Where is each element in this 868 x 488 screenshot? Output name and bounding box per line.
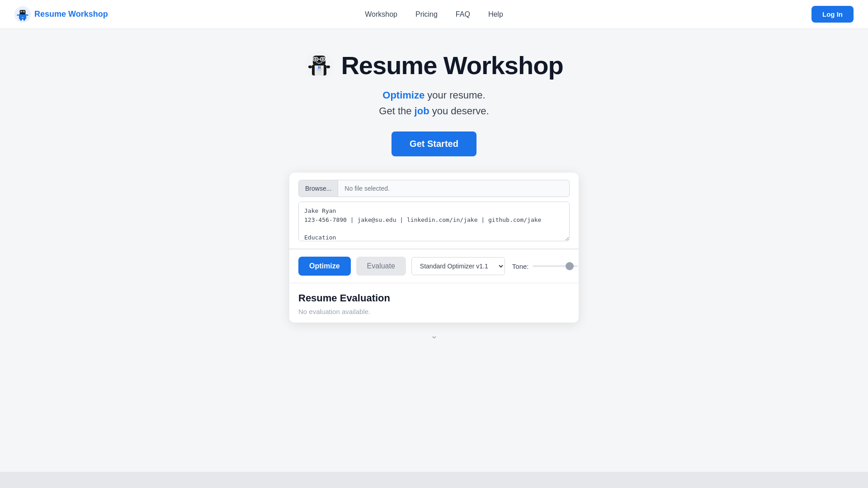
evaluation-section: Resume Evaluation No evaluation availabl… xyxy=(289,283,579,323)
brand-link[interactable]: Resume Workshop xyxy=(14,6,108,23)
nav-links: Workshop Pricing FAQ Help xyxy=(365,10,503,19)
file-name-label: No file selected. xyxy=(338,180,569,197)
svg-rect-13 xyxy=(20,19,22,20)
hero-tagline: Optimize your resume. Get the job you de… xyxy=(379,87,489,119)
chevron-down-icon: ⌄ xyxy=(430,330,438,341)
evaluation-empty-label: No evaluation available. xyxy=(298,308,570,315)
svg-rect-26 xyxy=(308,66,312,68)
evaluation-title: Resume Evaluation xyxy=(298,292,570,304)
card-file-section: Browse... No file selected. xyxy=(289,173,579,249)
nav-workshop[interactable]: Workshop xyxy=(365,10,397,19)
svg-rect-27 xyxy=(326,66,330,68)
svg-point-5 xyxy=(21,11,22,12)
hero-tagline-optimize: Optimize xyxy=(382,89,425,101)
browse-button[interactable]: Browse... xyxy=(299,180,338,197)
optimize-button[interactable]: Optimize xyxy=(298,257,351,276)
hero-mascot-icon xyxy=(305,51,334,80)
svg-point-25 xyxy=(322,58,323,59)
get-started-button[interactable]: Get Started xyxy=(392,131,476,156)
svg-rect-2 xyxy=(20,10,26,14)
svg-point-24 xyxy=(315,58,316,59)
evaluate-button[interactable]: Evaluate xyxy=(356,257,406,276)
hero-title-row: Resume Workshop xyxy=(305,51,563,80)
svg-rect-29 xyxy=(318,66,319,69)
tone-section: Tone: xyxy=(512,263,578,270)
svg-rect-12 xyxy=(22,17,24,18)
footer-bar xyxy=(0,472,868,488)
tone-label: Tone: xyxy=(512,263,529,270)
hero-tagline-resume: your resume. xyxy=(425,89,486,101)
hero-tagline-job: job xyxy=(415,105,429,117)
login-button[interactable]: Log In xyxy=(811,6,854,23)
optimizer-select[interactable]: Standard Optimizer v1.1 Advanced Optimiz… xyxy=(411,257,505,275)
svg-rect-14 xyxy=(24,19,25,20)
hero-title: Resume Workshop xyxy=(341,51,563,80)
svg-rect-11 xyxy=(26,14,28,16)
nav-help[interactable]: Help xyxy=(488,10,503,19)
hero-section: Resume Workshop Optimize your resume. Ge… xyxy=(0,29,868,359)
file-input-row: Browse... No file selected. xyxy=(298,180,570,197)
tone-slider[interactable] xyxy=(533,265,578,267)
hero-tagline-get: Get the xyxy=(379,105,414,117)
nav-faq[interactable]: FAQ xyxy=(456,10,470,19)
nav-pricing[interactable]: Pricing xyxy=(415,10,438,19)
brand-mascot-icon xyxy=(14,6,31,23)
workshop-card: Browse... No file selected. Optimize Eva… xyxy=(289,173,579,323)
svg-rect-1 xyxy=(19,14,26,19)
navbar: Resume Workshop Workshop Pricing FAQ Hel… xyxy=(0,0,868,29)
toolbar-row: Optimize Evaluate Standard Optimizer v1.… xyxy=(289,249,579,283)
brand-name: Resume Workshop xyxy=(34,9,108,19)
svg-rect-10 xyxy=(17,14,19,16)
hero-tagline-deserve: you deserve. xyxy=(429,105,489,117)
scroll-hint: ⌄ xyxy=(430,323,438,344)
svg-point-6 xyxy=(24,11,24,12)
svg-rect-30 xyxy=(320,66,321,69)
resume-textarea[interactable] xyxy=(298,202,570,241)
